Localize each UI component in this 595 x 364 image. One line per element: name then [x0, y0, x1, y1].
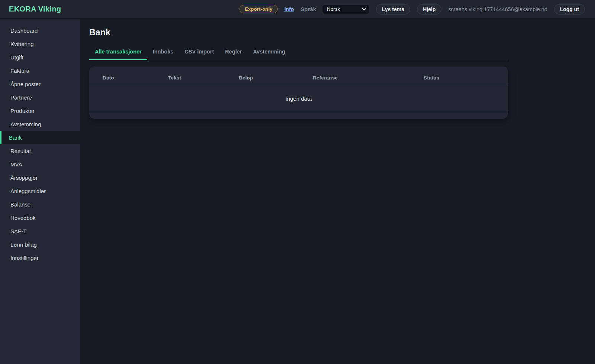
sidebar-item-avstemming[interactable]: Avstemming [0, 117, 80, 131]
sidebar-item-mva[interactable]: MVA [0, 157, 80, 171]
sidebar-item-anleggsmidler[interactable]: Anleggsmidler [0, 184, 80, 198]
sidebar-item-lonn-bilag[interactable]: Lønn-bilag [0, 238, 80, 251]
sidebar-item-dashboard[interactable]: Dashboard [0, 24, 80, 37]
sidebar-item-label: Hovedbok [10, 215, 36, 221]
sidebar-item-label: Åpne poster [10, 81, 41, 87]
language-select[interactable]: Norsk [323, 4, 369, 14]
transactions-table: Dato Tekst Beløp Referanse Status Ingen … [89, 66, 508, 112]
sidebar-item-label: Innstillinger [10, 255, 39, 261]
column-header-referanse: Referanse [313, 66, 424, 86]
header-controls: Export-only Info Språk Norsk Lys tema Hj… [239, 4, 585, 14]
top-header: EKORA Viking Export-only Info Språk Nors… [0, 0, 595, 19]
sidebar-item-label: Balanse [10, 201, 30, 208]
user-email: screens.viking.1771444656@example.no [448, 6, 547, 12]
sidebar-item-balanse[interactable]: Balanse [0, 198, 80, 211]
sidebar-item-label: Bank [9, 134, 22, 141]
sidebar-item-partnere[interactable]: Partnere [0, 91, 80, 104]
help-button[interactable]: Hjelp [417, 4, 441, 14]
tab-innboks[interactable]: Innboks [147, 45, 179, 60]
sidebar-item-resultat[interactable]: Resultat [0, 144, 80, 157]
main-content: Bank Alle transaksjoner Innboks CSV-impo… [80, 19, 595, 364]
sidebar-item-hovedbok[interactable]: Hovedbok [0, 211, 80, 224]
sidebar-item-utgift[interactable]: Utgift [0, 51, 80, 64]
sidebar-item-label: Anleggsmidler [10, 188, 46, 194]
language-label: Språk [300, 6, 316, 12]
export-only-badge: Export-only [239, 5, 277, 13]
table-header-row: Dato Tekst Beløp Referanse Status [89, 66, 508, 86]
table-row: Ingen data [89, 86, 508, 112]
sidebar-item-label: Dashboard [10, 27, 38, 34]
sidebar-item-label: SAF-T [10, 228, 26, 234]
tab-regler[interactable]: Regler [219, 45, 247, 60]
language-select-wrap: Norsk [323, 4, 369, 14]
app-logo: EKORA Viking [9, 5, 61, 13]
sidebar-item-apne-poster[interactable]: Åpne poster [0, 77, 80, 91]
sidebar-item-label: Lønn-bilag [10, 241, 37, 248]
sidebar-item-label: Årsoppgjør [10, 175, 38, 181]
bank-tabs: Alle transaksjoner Innboks CSV-import Re… [89, 45, 508, 60]
tab-csv-import[interactable]: CSV-import [179, 45, 219, 60]
sidebar-nav: Dashboard Kvittering Utgift Faktura Åpne… [0, 19, 80, 364]
tab-avstemming[interactable]: Avstemming [247, 45, 290, 60]
sidebar-item-produkter[interactable]: Produkter [0, 104, 80, 117]
transactions-card: Dato Tekst Beløp Referanse Status Ingen … [89, 66, 508, 119]
sidebar-item-faktura[interactable]: Faktura [0, 64, 80, 77]
sidebar-item-bank[interactable]: Bank [0, 131, 80, 144]
sidebar-item-label: Faktura [10, 68, 29, 74]
column-header-belop: Beløp [239, 66, 313, 86]
sidebar-item-saf-t[interactable]: SAF-T [0, 224, 80, 238]
sidebar-item-label: MVA [10, 161, 22, 168]
info-link[interactable]: Info [284, 6, 294, 12]
sidebar-item-label: Kvittering [10, 41, 34, 47]
tab-alle-transaksjoner[interactable]: Alle transaksjoner [89, 45, 147, 60]
column-header-status: Status [424, 66, 508, 86]
theme-toggle-button[interactable]: Lys tema [376, 4, 410, 14]
sidebar-item-label: Avstemming [10, 121, 41, 127]
sidebar-item-label: Produkter [10, 108, 35, 114]
empty-state-message: Ingen data [89, 86, 508, 112]
logout-button[interactable]: Logg ut [554, 4, 585, 14]
sidebar-item-kvittering[interactable]: Kvittering [0, 37, 80, 51]
sidebar-item-label: Resultat [10, 148, 31, 154]
page-title: Bank [89, 27, 508, 38]
sidebar-item-label: Partnere [10, 94, 32, 101]
sidebar-item-innstillinger[interactable]: Innstillinger [0, 251, 80, 264]
sidebar-item-label: Utgift [10, 54, 23, 61]
column-header-dato: Dato [89, 66, 168, 86]
sidebar-item-arsoppgjor[interactable]: Årsoppgjør [0, 171, 80, 184]
column-header-tekst: Tekst [168, 66, 239, 86]
